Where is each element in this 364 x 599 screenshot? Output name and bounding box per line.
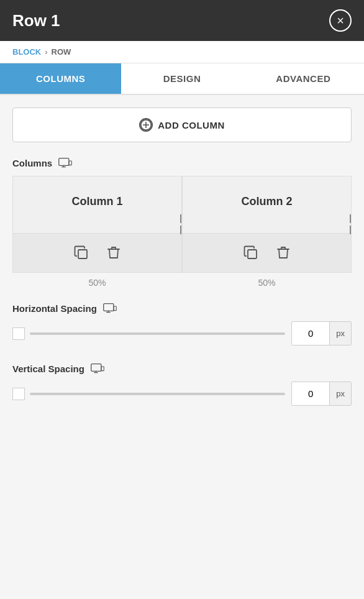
column-2-title: Column 2	[241, 195, 292, 208]
breadcrumb-block-link[interactable]: BLOCK	[12, 47, 41, 57]
svg-rect-7	[78, 250, 87, 258]
tab-advanced[interactable]: ADVANCED	[243, 63, 364, 94]
vertical-spacing-input[interactable]	[292, 382, 329, 405]
tab-bar: COLUMNS DESIGN ADVANCED	[0, 63, 364, 95]
vertical-spacing-input-group: px	[291, 382, 352, 406]
horizontal-spacing-unit: px	[329, 322, 351, 345]
svg-rect-3	[59, 158, 69, 166]
vertical-spacing-slider-track[interactable]	[30, 393, 285, 395]
svg-rect-9	[104, 304, 114, 311]
horizontal-spacing-checkbox[interactable]	[12, 327, 25, 340]
horizontal-spacing-row: px	[12, 321, 352, 345]
tab-columns[interactable]: COLUMNS	[0, 63, 121, 94]
add-column-icon	[139, 118, 153, 132]
horizontal-spacing-input-group: px	[291, 321, 352, 345]
vertical-spacing-section: Vertical Spacing px	[12, 363, 352, 406]
column-1-title: Column 1	[71, 195, 122, 208]
vertical-spacing-slider-container	[12, 388, 285, 400]
column-1-resize-handle[interactable]	[179, 176, 183, 272]
breadcrumb-separator: ›	[45, 47, 47, 57]
page-title: Row 1	[12, 11, 60, 30]
responsive-icon	[58, 157, 72, 168]
horizontal-spacing-label: Horizontal Spacing	[12, 303, 352, 314]
horizontal-spacing-responsive-icon	[103, 303, 117, 314]
vertical-spacing-responsive-icon	[91, 363, 104, 374]
column-1-delete-button[interactable]	[103, 242, 124, 263]
svg-rect-10	[114, 306, 116, 311]
svg-rect-13	[91, 364, 101, 372]
column-1-actions	[13, 233, 181, 272]
horizontal-spacing-input[interactable]	[292, 322, 329, 345]
tab-design[interactable]: DESIGN	[121, 63, 242, 94]
horizontal-spacing-slider-container	[12, 327, 285, 340]
column-2-percent: 50%	[182, 278, 352, 288]
vertical-spacing-unit: px	[329, 382, 351, 405]
column-2-copy-button[interactable]	[240, 242, 262, 263]
horizontal-spacing-slider-track[interactable]	[30, 332, 285, 335]
columns-section-label: Columns	[12, 157, 352, 168]
header: Row 1 ×	[0, 0, 364, 41]
close-icon: ×	[337, 14, 344, 28]
column-1-percent: 50%	[12, 278, 182, 288]
column-2-actions	[183, 233, 351, 272]
add-column-label: ADD COLUMN	[158, 120, 225, 130]
column-1-copy-button[interactable]	[71, 242, 92, 263]
column-1-wrapper: Column 1	[12, 176, 182, 288]
column-2-delete-button[interactable]	[273, 242, 294, 263]
column-1-card: Column 1	[12, 176, 182, 273]
vertical-spacing-row: px	[12, 382, 352, 406]
column-2-wrapper: Column 2	[182, 176, 352, 288]
column-2-resize-handle[interactable]	[348, 176, 352, 272]
svg-rect-8	[248, 250, 257, 258]
breadcrumb: BLOCK › ROW	[0, 41, 364, 63]
content-area: ADD COLUMN Columns Column 1	[0, 95, 364, 436]
add-column-button[interactable]: ADD COLUMN	[12, 107, 352, 142]
vertical-spacing-label: Vertical Spacing	[12, 363, 352, 374]
breadcrumb-row-label: ROW	[52, 47, 71, 57]
column-2-card: Column 2	[182, 176, 352, 273]
vertical-spacing-checkbox[interactable]	[12, 388, 25, 400]
horizontal-spacing-section: Horizontal Spacing px	[12, 303, 352, 345]
svg-rect-14	[101, 367, 104, 371]
columns-grid: Column 1	[12, 176, 352, 288]
close-button[interactable]: ×	[329, 9, 352, 32]
